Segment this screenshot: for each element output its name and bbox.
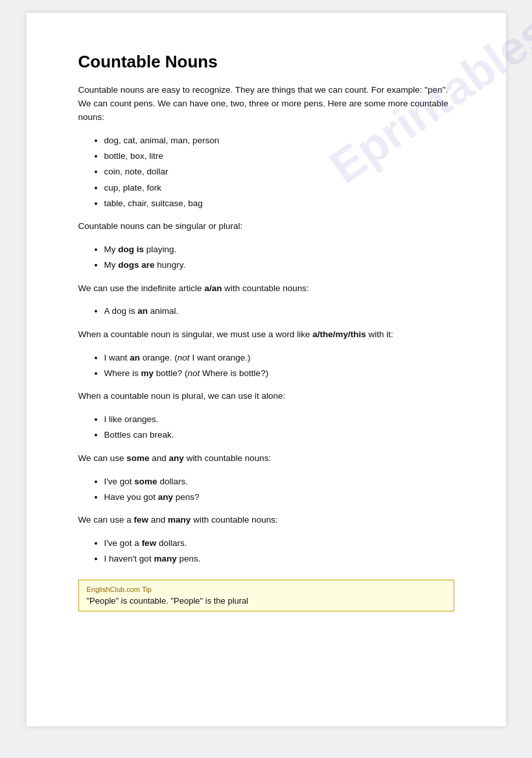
- bold-many: many: [168, 515, 191, 525]
- list-item: I haven't got many pens.: [104, 552, 454, 566]
- list-item: My dog is playing.: [104, 243, 454, 257]
- indefinite-article-para: We can use the indefinite article a/an w…: [78, 282, 454, 296]
- list-item: A dog is an animal.: [104, 304, 454, 318]
- singular-rule-list: I want an orange. (not I want orange.) W…: [104, 351, 454, 381]
- indefinite-article-list: A dog is an animal.: [104, 304, 454, 318]
- bold-dog: dog: [118, 244, 134, 254]
- bold-are: are: [141, 260, 154, 270]
- page: Eprintables.com Countable Nouns Countabl…: [27, 13, 506, 726]
- list-item: dog, cat, animal, man, person: [104, 134, 454, 148]
- list-item: table, chair, suitcase, bag: [104, 196, 454, 211]
- italic-not2: not: [188, 368, 200, 378]
- list-item: I've got some dollars.: [104, 475, 454, 489]
- bold-few: few: [134, 515, 149, 525]
- few-many-para: We can use a few and many with countable…: [78, 514, 454, 527]
- bold-a-an: a/an: [204, 283, 222, 293]
- bold-many2: many: [154, 554, 176, 563]
- list-item: cup, plate, fork: [104, 181, 454, 195]
- list-item: coin, note, dollar: [104, 165, 454, 179]
- tip-label: EnglishClub.com Tip: [87, 586, 446, 593]
- list-item: Have you got any pens?: [104, 490, 454, 504]
- bold-a-the-my-this: a/the/my/this: [312, 329, 366, 339]
- list-item: bottle, box, litre: [104, 149, 454, 163]
- noun-examples-list: dog, cat, animal, man, person bottle, bo…: [104, 134, 454, 211]
- bold-some: some: [126, 453, 149, 463]
- singular-plural-list: My dog is playing. My dogs are hungry.: [104, 243, 454, 273]
- bold-is: is: [137, 244, 144, 254]
- list-item: I want an orange. (not I want orange.): [104, 351, 454, 365]
- list-item: Where is my bottle? (not Where is bottle…: [104, 366, 454, 381]
- bold-my: my: [141, 368, 154, 378]
- bold-some2: some: [134, 477, 157, 486]
- list-item: I like oranges.: [104, 412, 454, 427]
- list-item: I've got a few dollars.: [104, 536, 454, 551]
- italic-not1: not: [178, 353, 190, 362]
- bold-an2: an: [130, 353, 140, 362]
- list-item: My dogs are hungry.: [104, 258, 454, 272]
- bold-any: any: [169, 453, 184, 463]
- bold-any2: any: [158, 492, 173, 502]
- some-any-para: We can use some and any with countable n…: [78, 452, 454, 466]
- bold-few2: few: [142, 538, 157, 548]
- tip-text: "People" is countable. "People" is the p…: [87, 596, 446, 606]
- plural-rule-list: I like oranges. Bottles can break.: [104, 412, 454, 443]
- few-many-list: I've got a few dollars. I haven't got ma…: [104, 536, 454, 567]
- plural-rule-para: When a countable noun is plural, we can …: [78, 390, 454, 403]
- singular-plural-intro: Countable nouns can be singular or plura…: [78, 220, 454, 233]
- page-title: Countable Nouns: [78, 52, 454, 72]
- singular-rule-para: When a countable noun is singular, we mu…: [78, 328, 454, 342]
- bold-an: an: [137, 306, 148, 316]
- some-any-list: I've got some dollars. Have you got any …: [104, 475, 454, 505]
- intro-paragraph: Countable nouns are easy to recognize. T…: [78, 84, 454, 124]
- bold-dogs: dogs: [118, 260, 139, 270]
- list-item: Bottles can break.: [104, 428, 454, 442]
- tip-box: EnglishClub.com Tip "People" is countabl…: [78, 580, 454, 611]
